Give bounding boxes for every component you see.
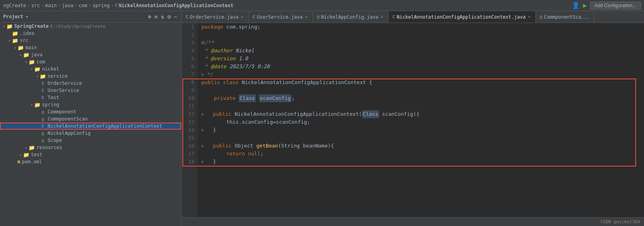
tree-item-service[interactable]: ▾ 📁 service <box>0 73 181 80</box>
tab-nickelannotation[interactable]: C NickelAnnotationConfigApplicationConte… <box>389 11 536 23</box>
breadcrumb-part: ngCreate <box>3 3 26 8</box>
tree-label: Commponent <box>48 109 76 115</box>
tree-item-com[interactable]: ▾ 📁 com <box>0 58 181 65</box>
class-icon: @ <box>40 109 46 115</box>
folder-icon: 📁 <box>6 23 13 29</box>
tree-item-src[interactable]: ▾ 📁 src <box>0 37 181 44</box>
title-bar: ngCreate › src › main › java › com › spr… <box>0 0 644 11</box>
tree-item-idea[interactable]: 📁 .idea <box>0 30 181 37</box>
tree-label: Scope <box>48 138 62 143</box>
tree-item-commponent[interactable]: @ Commponent <box>0 108 181 115</box>
sidebar-dropdown-icon[interactable]: ▾ <box>26 14 29 19</box>
line-num: 7 <box>182 71 194 79</box>
tab-label: OrderService.java <box>190 14 239 20</box>
code-line: package com.spring; <box>201 23 644 31</box>
tree-item-commponentscan[interactable]: @ CommponentScan <box>0 115 181 123</box>
code-line: ⊟/** <box>201 39 644 47</box>
code-line <box>201 102 644 110</box>
tree-item-nickelannotation[interactable]: C NickelAnnotationConfigApplicationConte… <box>0 123 181 130</box>
tree-item-resources[interactable]: ▸ 📁 resources <box>0 144 181 151</box>
sidebar-header-label: Project <box>3 14 23 19</box>
line-num: 17 <box>182 150 194 158</box>
breadcrumb-part: spring <box>92 3 109 8</box>
line-num: 3 <box>182 39 194 47</box>
tab-nickelappconfig[interactable]: @ NickelAppConfig.java ✕ <box>313 11 389 23</box>
sidebar: Project ▾ ⊕ ≡ ⇅ ⚙ − ▾ 📁 SpringCreate E:\… <box>0 11 182 226</box>
tree-label: main <box>25 45 37 50</box>
sidebar-sort-icon[interactable]: ⇅ <box>160 13 165 21</box>
tree-label: src <box>20 38 29 43</box>
line-num: 10 <box>182 94 194 102</box>
breadcrumb: ngCreate › src › main › java › com › spr… <box>3 3 233 8</box>
code-line: * @date 2023/7/5 8:20 <box>201 63 644 71</box>
sidebar-locate-icon[interactable]: ⊕ <box>147 13 152 21</box>
tab-label: NickelAnnotationConfigApplicationContext… <box>397 14 525 20</box>
tab-class-icon: C <box>393 14 395 19</box>
line-num: 5 <box>182 55 194 63</box>
tree-label: test <box>31 152 42 157</box>
tree-item-scope[interactable]: @ Scope <box>0 137 181 144</box>
breadcrumb-part: com <box>79 3 87 8</box>
line-num: 4 <box>182 47 194 55</box>
sidebar-minimize-icon[interactable]: − <box>173 13 178 21</box>
tree-label: spring <box>42 102 59 107</box>
tab-commponentscan[interactable]: @ CommponentSca... <box>536 11 594 23</box>
tree-item-pomxml[interactable]: m pom.xml <box>0 158 181 165</box>
line-num: 11 <box>182 102 194 110</box>
code-line: ⊟ } <box>201 126 644 134</box>
tab-label: CommponentSca... <box>544 14 590 20</box>
tab-close-button[interactable]: ✕ <box>380 14 384 20</box>
breadcrumb-part: java <box>62 3 73 8</box>
code-line: private Class scanConfig; <box>201 94 644 102</box>
line-num: 13 <box>182 118 194 126</box>
tree-label: service <box>48 73 68 79</box>
tree-arrow: ▾ <box>2 24 6 29</box>
tree-item-nickelappconfig[interactable]: @ NickelAppConfig <box>0 130 181 137</box>
tab-userservice[interactable]: C UserService.java ✕ <box>249 11 313 23</box>
code-line: ⊟ public NickelAnnotationConfigApplicati… <box>201 110 644 118</box>
code-line: public class NickelAnnotationConfigAppli… <box>201 79 644 86</box>
code-line: return null; <box>201 150 644 158</box>
line-num: 9 <box>182 86 194 94</box>
run-icon[interactable]: ▶ <box>583 2 587 9</box>
line-num: 6 <box>182 63 194 71</box>
tab-class-icon: @ <box>540 14 542 19</box>
class-icon: @ <box>40 116 46 122</box>
tree-item-test-dir[interactable]: ▸ 📁 test <box>0 151 181 158</box>
tree-item-java[interactable]: ▾ 📁 java <box>0 51 181 58</box>
class-icon: C <box>40 80 46 86</box>
breadcrumb-class-icon: C <box>115 3 118 8</box>
main-layout: Project ▾ ⊕ ≡ ⇅ ⚙ − ▾ 📁 SpringCreate E:\… <box>0 11 644 226</box>
class-icon: C <box>40 95 46 100</box>
folder-icon: 📁 <box>23 152 29 157</box>
status-text: CSDN @nickel369 <box>601 219 640 224</box>
tree-label: nickel <box>42 66 59 72</box>
tree-item-nickel[interactable]: ▾ 📁 nickel <box>0 65 181 73</box>
tree-label: NickelAnnotationConfigApplicationContext <box>48 123 162 129</box>
code-line: ⊟ } <box>201 158 644 166</box>
code-line: ⊟ public Object getBean(String beanName)… <box>201 142 644 150</box>
tree-item-spring[interactable]: ▾ 📁 spring <box>0 101 181 108</box>
pom-icon: m <box>17 159 20 165</box>
sidebar-settings-icon[interactable]: ⚙ <box>167 13 171 21</box>
tab-orderservice[interactable]: C OrderService.java ✕ <box>182 11 249 23</box>
folder-icon: 📁 <box>40 73 46 79</box>
sidebar-header: Project ▾ ⊕ ≡ ⇅ ⚙ − <box>0 11 181 23</box>
code-editor[interactable]: package com.spring; ⊟/** * @author Nicke… <box>197 23 644 217</box>
line-num: 16 <box>182 142 194 150</box>
add-configuration-button[interactable]: Add Configuration... <box>590 2 641 10</box>
tab-close-button[interactable]: ✕ <box>240 14 244 20</box>
tree-label: OrderService <box>48 80 82 86</box>
folder-icon: 📁 <box>23 52 29 57</box>
line-num: 15 <box>182 134 194 142</box>
tree-item-test[interactable]: C Test <box>0 94 181 101</box>
tree-label: SpringCreate <box>14 23 49 29</box>
tree-item-main[interactable]: ▾ 📁 main <box>0 44 181 51</box>
tab-class-icon: C <box>186 14 188 19</box>
tab-close-button[interactable]: ✕ <box>527 14 531 20</box>
tree-item-orderservice[interactable]: C OrderService <box>0 80 181 87</box>
tree-item-userservice[interactable]: C UserService <box>0 87 181 94</box>
tree-item-springcreate-root[interactable]: ▾ 📁 SpringCreate E:\Study\SpringCreate <box>0 23 181 30</box>
tab-close-button[interactable]: ✕ <box>304 14 309 20</box>
sidebar-collapse-icon[interactable]: ≡ <box>153 13 158 21</box>
